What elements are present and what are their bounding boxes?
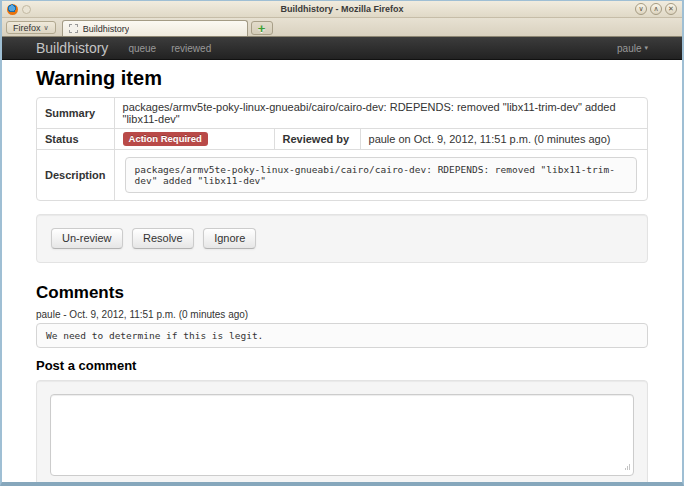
- browser-window: Buildhistory - Mozilla Firefox ∨ ∧ ✕ Fir…: [0, 0, 684, 486]
- status-badge: Action Required: [123, 132, 208, 146]
- navbar-brand[interactable]: Buildhistory: [36, 40, 108, 56]
- table-row-summary: Summary packages/armv5te-poky-linux-gnue…: [37, 98, 647, 128]
- table-row-description: Description packages/armv5te-poky-linux-…: [37, 149, 647, 200]
- window-title: Buildhistory - Mozilla Firefox: [2, 4, 682, 14]
- description-label: Description: [37, 149, 114, 200]
- unreview-button[interactable]: Un-review: [51, 228, 123, 249]
- ignore-button[interactable]: Ignore: [203, 228, 256, 249]
- comment-textarea[interactable]: [50, 394, 634, 476]
- post-comment-heading: Post a comment: [36, 358, 648, 373]
- app-navbar: Buildhistory queue reviewed paule ▾: [2, 37, 682, 60]
- navbar-inner: Buildhistory queue reviewed paule ▾: [36, 37, 648, 59]
- warning-detail-table: Summary packages/armv5te-poky-linux-gnue…: [36, 97, 648, 201]
- tab-bar: Firefox ∨ Buildhistory +: [2, 18, 682, 37]
- nav-link-reviewed[interactable]: reviewed: [171, 43, 211, 54]
- description-cell: packages/armv5te-poky-linux-gnueabi/cair…: [114, 149, 647, 200]
- description-code: packages/armv5te-poky-linux-gnueabi/cair…: [125, 157, 637, 193]
- caret-down-icon: ▾: [644, 44, 648, 52]
- status-label: Status: [37, 128, 114, 149]
- summary-label: Summary: [37, 98, 114, 128]
- titlebar-dot-icon: [22, 5, 31, 14]
- window-controls: ∨ ∧ ✕: [635, 3, 677, 15]
- page-title: Warning item: [36, 67, 648, 90]
- status-cell: Action Required: [114, 128, 274, 149]
- user-dropdown[interactable]: paule ▾: [617, 43, 648, 54]
- user-name: paule: [617, 43, 641, 54]
- firefox-app-menu-button[interactable]: Firefox ∨: [6, 21, 56, 34]
- close-button[interactable]: ✕: [665, 3, 677, 15]
- minimize-button[interactable]: ∨: [635, 3, 647, 15]
- actions-well: Un-review Resolve Ignore: [36, 214, 648, 263]
- plus-icon: +: [258, 22, 266, 35]
- firefox-logo-icon: [7, 4, 18, 15]
- comment-body: We need to determine if this is legit.: [36, 323, 648, 348]
- tab-favicon-placeholder-icon: [69, 24, 78, 33]
- new-tab-button[interactable]: +: [251, 21, 273, 35]
- reviewed-by-value: paule on Oct. 9, 2012, 11:51 p.m. (0 min…: [360, 128, 647, 149]
- main-content: Warning item Summary packages/armv5te-po…: [36, 60, 648, 482]
- comment-item: paule - Oct. 9, 2012, 11:51 p.m. (0 minu…: [36, 309, 648, 348]
- reviewed-by-label: Reviewed by: [274, 128, 360, 149]
- page-viewport: Buildhistory queue reviewed paule ▾ Warn…: [2, 37, 682, 482]
- comments-heading: Comments: [36, 283, 648, 303]
- maximize-button[interactable]: ∧: [650, 3, 662, 15]
- tab-title: Buildhistory: [83, 24, 130, 34]
- table-row-status: Status Action Required Reviewed by paule…: [37, 128, 647, 149]
- post-comment-well: Post: [36, 380, 648, 482]
- resolve-button[interactable]: Resolve: [132, 228, 194, 249]
- chevron-down-icon: ∨: [44, 24, 49, 32]
- summary-value: packages/armv5te-poky-linux-gnueabi/cair…: [114, 98, 647, 128]
- firefox-app-menu-label: Firefox: [13, 23, 41, 33]
- textarea-wrap: [50, 394, 634, 476]
- titlebar: Buildhistory - Mozilla Firefox ∨ ∧ ✕: [2, 1, 682, 18]
- nav-link-queue[interactable]: queue: [128, 43, 156, 54]
- tab-buildhistory[interactable]: Buildhistory: [62, 20, 248, 36]
- comment-meta: paule - Oct. 9, 2012, 11:51 p.m. (0 minu…: [36, 309, 648, 320]
